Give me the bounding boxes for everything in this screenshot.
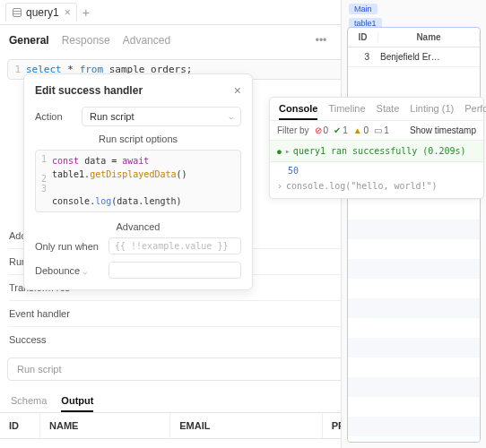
tab-performance[interactable]: Performance bbox=[464, 103, 486, 120]
embed-col-name[interactable]: Name bbox=[378, 32, 480, 42]
script-code: const data = await table1.getDisplayedDa… bbox=[52, 154, 187, 208]
col-id[interactable]: ID bbox=[0, 413, 40, 439]
embed-row[interactable]: 3 Benjefield Er… bbox=[348, 47, 480, 67]
script-editor[interactable]: 1 2 3 const data = await table1.getDispl… bbox=[35, 150, 241, 212]
filter-label: Filter by bbox=[277, 125, 309, 135]
success-handler-panel: Edit success handler × Action Run script… bbox=[23, 73, 253, 290]
action-value: Run script bbox=[90, 111, 135, 122]
only-run-label: Only run when bbox=[35, 241, 108, 252]
debounce-label: Debounce ⌵ bbox=[35, 265, 108, 276]
tab-schema[interactable]: Schema bbox=[11, 395, 47, 412]
query-tab[interactable]: query1 × bbox=[5, 3, 77, 22]
add-tab-button[interactable]: + bbox=[82, 5, 90, 20]
tab-timeline[interactable]: Timeline bbox=[328, 103, 365, 120]
close-icon[interactable]: × bbox=[65, 6, 71, 19]
main-frame-tag[interactable]: Main bbox=[349, 4, 378, 14]
embed-col-id[interactable]: ID bbox=[348, 32, 378, 42]
close-icon[interactable]: × bbox=[234, 83, 241, 98]
action-label: Action bbox=[35, 111, 82, 122]
warn-filter[interactable]: ▲0 bbox=[353, 125, 369, 135]
col-email[interactable]: EMAIL bbox=[170, 413, 323, 439]
more-icon[interactable]: ••• bbox=[312, 32, 331, 48]
info-filter[interactable]: ▭1 bbox=[374, 125, 389, 135]
tab-output[interactable]: Output bbox=[61, 395, 93, 412]
tab-advanced[interactable]: Advanced bbox=[123, 34, 170, 47]
canvas-pane: Main table1 ID Name 3 Benjefield Er… bbox=[341, 0, 486, 448]
tab-state[interactable]: State bbox=[377, 103, 400, 120]
console-value: 50 bbox=[270, 162, 483, 177]
query-tab-label: query1 bbox=[26, 6, 59, 19]
chevron-down-icon: ⌵ bbox=[82, 267, 87, 276]
tab-console[interactable]: Console bbox=[279, 103, 317, 120]
svg-rect-0 bbox=[13, 9, 22, 17]
error-filter[interactable]: ⊘0 bbox=[315, 125, 329, 135]
tab-response[interactable]: Response bbox=[62, 34, 110, 47]
console-panel: Console Timeline State Linting (1) Perfo… bbox=[269, 97, 484, 199]
table-component[interactable]: ID Name 3 Benjefield Er… bbox=[347, 27, 481, 443]
console-log-line: console.log("hello, world!") bbox=[270, 177, 483, 198]
database-icon bbox=[12, 7, 22, 18]
advanced-heading: Advanced bbox=[35, 221, 241, 232]
tab-linting[interactable]: Linting (1) bbox=[410, 103, 454, 120]
line-number: 1 bbox=[13, 64, 26, 75]
chevron-down-icon: ⌵ bbox=[229, 112, 233, 121]
console-success-message[interactable]: ▸query1 ran successfully (0.209s) bbox=[270, 141, 483, 162]
panel-title: Edit success handler bbox=[35, 84, 143, 97]
only-run-input[interactable]: {{ !!example.value }} bbox=[108, 237, 241, 254]
success-filter[interactable]: ✔1 bbox=[334, 125, 348, 135]
action-select[interactable]: Run script ⌵ bbox=[82, 107, 241, 126]
tab-general[interactable]: General bbox=[9, 34, 49, 47]
options-heading: Run script options bbox=[35, 134, 241, 144]
show-timestamps-toggle[interactable]: Show timestamp bbox=[395, 125, 476, 135]
col-name[interactable]: NAME bbox=[40, 413, 170, 439]
debounce-input[interactable] bbox=[108, 262, 241, 279]
